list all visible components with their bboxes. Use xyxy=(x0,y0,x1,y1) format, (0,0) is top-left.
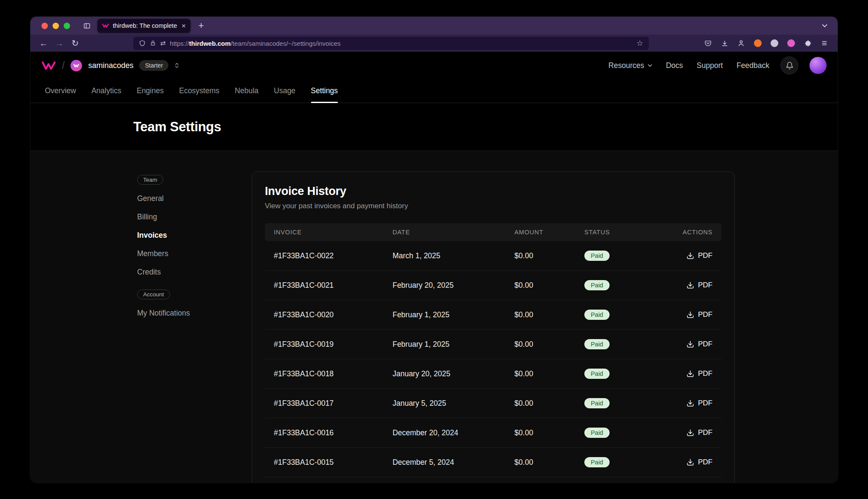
zoom-window-button[interactable] xyxy=(64,23,70,29)
extension-fox-icon[interactable] xyxy=(751,36,765,50)
download-pdf-button[interactable]: PDF xyxy=(686,428,713,437)
header-link-docs[interactable]: Docs xyxy=(666,61,683,70)
bookmark-star-icon[interactable]: ☆ xyxy=(636,38,643,48)
downloads-icon[interactable] xyxy=(717,36,732,50)
header-link-feedback[interactable]: Feedback xyxy=(736,61,769,70)
download-icon xyxy=(686,429,694,437)
sidebar-item-general[interactable]: General xyxy=(137,194,218,203)
browser-toolbar: ← → ↻ ⇄ https://thirdweb.com/team/samina… xyxy=(30,35,838,52)
app-tabs: OverviewAnalyticsEnginesEcosystemsNebula… xyxy=(30,79,838,103)
plan-badge: Starter xyxy=(139,60,168,71)
address-bar[interactable]: ⇄ https://thirdweb.com/team/saminacodes/… xyxy=(133,37,649,50)
invoice-actions-cell: PDF xyxy=(677,251,721,260)
sidebar-item-billing[interactable]: Billing xyxy=(137,213,218,221)
paid-status-badge: Paid xyxy=(584,428,610,438)
thirdweb-logo[interactable] xyxy=(41,61,56,71)
header-right: ResourcesDocsSupportFeedback xyxy=(608,56,827,74)
permissions-icon[interactable]: ⇄ xyxy=(160,39,166,47)
reload-button[interactable]: ↻ xyxy=(68,36,82,50)
tab-nebula[interactable]: Nebula xyxy=(235,79,258,103)
table-row: #1F33BA1C-0016December 20, 2024$0.00Paid… xyxy=(265,418,721,448)
download-pdf-button[interactable]: PDF xyxy=(686,310,713,319)
pdf-label: PDF xyxy=(698,340,713,348)
sidebar-item-members[interactable]: Members xyxy=(137,249,218,258)
header-link-resources[interactable]: Resources xyxy=(608,61,652,70)
invoice-actions-cell: PDF xyxy=(677,281,721,289)
extensions-puzzle-icon[interactable] xyxy=(801,36,815,50)
account-icon[interactable] xyxy=(734,36,748,50)
tab-close-icon[interactable]: × xyxy=(182,22,186,30)
invoice-amount-cell: $0.00 xyxy=(505,340,575,349)
invoice-history-subtitle: View your past invoices and payment hist… xyxy=(265,202,721,210)
download-pdf-button[interactable]: PDF xyxy=(686,281,713,289)
invoice-status-cell: Paid xyxy=(575,369,677,379)
header-link-support[interactable]: Support xyxy=(697,61,723,70)
pdf-label: PDF xyxy=(698,399,713,407)
header-links: ResourcesDocsSupportFeedback xyxy=(608,61,769,70)
download-pdf-button[interactable]: PDF xyxy=(686,399,713,407)
tab-settings[interactable]: Settings xyxy=(311,79,338,103)
browser-tab[interactable]: thirdweb: The complete web3 d × xyxy=(97,19,191,33)
invoice-amount-cell: $0.00 xyxy=(505,369,575,378)
firefox-view-button[interactable] xyxy=(79,18,94,33)
extension-icon[interactable] xyxy=(767,36,782,50)
invoice-id-cell: #1F33BA1C-0015 xyxy=(265,458,384,467)
invoice-date-cell: December 5, 2024 xyxy=(384,458,505,467)
invoice-id-cell: #1F33BA1C-0016 xyxy=(265,428,384,437)
download-icon xyxy=(686,370,694,378)
download-pdf-button[interactable]: PDF xyxy=(686,369,713,378)
tab-usage[interactable]: Usage xyxy=(274,79,296,103)
tab-analytics[interactable]: Analytics xyxy=(91,79,121,103)
user-avatar[interactable] xyxy=(809,57,827,74)
paid-status-badge: Paid xyxy=(584,251,610,261)
lock-icon[interactable] xyxy=(150,40,156,46)
invoice-actions-cell: PDF xyxy=(677,428,721,437)
notifications-button[interactable] xyxy=(780,56,798,74)
invoice-status-cell: Paid xyxy=(575,457,677,467)
back-button[interactable]: ← xyxy=(36,36,51,50)
download-pdf-button[interactable]: PDF xyxy=(686,340,713,348)
column-header-invoice: INVOICE xyxy=(265,229,384,236)
invoice-actions-cell: PDF xyxy=(677,310,721,319)
list-all-tabs-button[interactable] xyxy=(817,18,832,33)
table-row: #1F33BA1C-0015December 5, 2024$0.00PaidP… xyxy=(265,448,721,477)
sidebar-item-credits[interactable]: Credits xyxy=(137,268,218,277)
new-tab-button[interactable]: + xyxy=(194,18,208,33)
browser-window: thirdweb: The complete web3 d × + ← → ↻ … xyxy=(30,17,838,483)
close-window-button[interactable] xyxy=(41,23,48,29)
pdf-label: PDF xyxy=(698,281,713,289)
chevron-down-icon xyxy=(822,24,827,28)
tracking-shield-icon[interactable] xyxy=(139,40,146,47)
tab-engines[interactable]: Engines xyxy=(137,79,164,103)
column-header-status: STATUS xyxy=(575,229,677,236)
team-switcher-chevrons[interactable] xyxy=(174,62,179,69)
invoice-date-cell: December 20, 2024 xyxy=(384,428,505,437)
tab-ecosystems[interactable]: Ecosystems xyxy=(179,79,219,103)
paid-status-badge: Paid xyxy=(584,280,610,290)
forward-button[interactable]: → xyxy=(52,36,67,50)
invoice-actions-cell: PDF xyxy=(677,369,721,378)
download-pdf-button[interactable]: PDF xyxy=(686,251,713,260)
download-icon xyxy=(686,399,694,407)
pdf-label: PDF xyxy=(698,251,713,260)
settings-content: TeamGeneralBillingInvoicesMembersCredits… xyxy=(30,151,838,483)
tab-overview[interactable]: Overview xyxy=(45,79,76,103)
extension-wallet-icon[interactable] xyxy=(784,36,798,50)
fox-extension-badge xyxy=(754,39,762,47)
invoice-status-cell: Paid xyxy=(575,398,677,408)
sidebar-section-team: Team xyxy=(137,175,163,185)
paid-status-badge: Paid xyxy=(584,339,610,349)
window-controls xyxy=(41,23,70,29)
table-body: #1F33BA1C-0022March 1, 2025$0.00PaidPDF#… xyxy=(265,241,721,477)
pdf-label: PDF xyxy=(698,369,713,378)
invoice-amount-cell: $0.00 xyxy=(505,399,575,408)
team-name[interactable]: saminacodes xyxy=(88,61,133,70)
minimize-window-button[interactable] xyxy=(53,23,59,29)
browser-tab-bar: thirdweb: The complete web3 d × + xyxy=(30,17,838,35)
sidebar-item-invoices[interactable]: Invoices xyxy=(137,231,218,240)
sidebar-item-my-notifications[interactable]: My Notifications xyxy=(137,309,218,318)
sidebar-section-account: Account xyxy=(137,289,170,299)
pocket-icon[interactable] xyxy=(701,36,715,50)
download-pdf-button[interactable]: PDF xyxy=(686,458,713,467)
menu-icon[interactable]: ≡ xyxy=(817,36,832,50)
